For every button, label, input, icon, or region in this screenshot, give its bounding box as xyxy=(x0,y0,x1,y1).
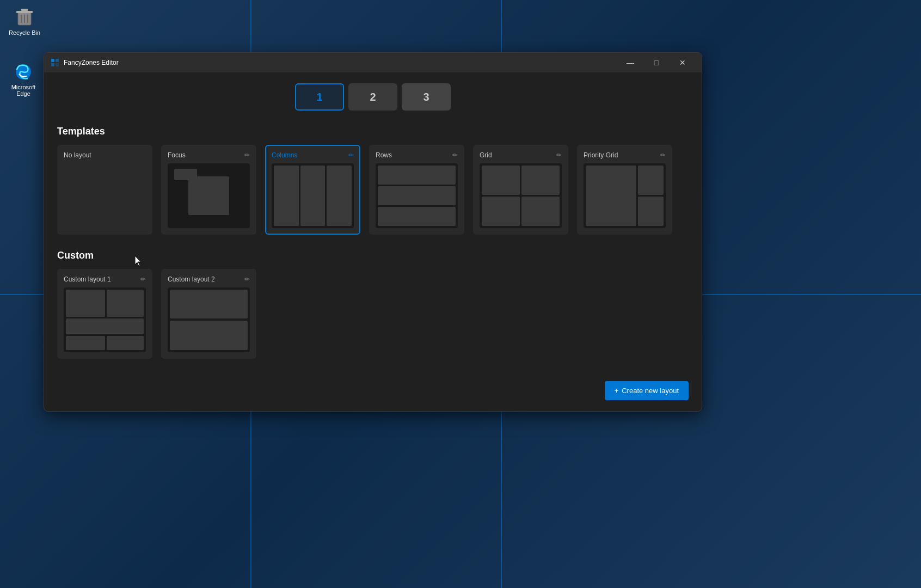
edge-icon-container[interactable]: Microsoft Edge xyxy=(4,60,42,97)
monitor-tab-1[interactable]: 1 xyxy=(295,83,344,111)
preview-columns xyxy=(272,163,354,228)
app-icon xyxy=(51,58,59,67)
window-title: FancyZones Editor xyxy=(64,59,618,66)
title-bar: FancyZones Editor — □ ✕ xyxy=(44,53,702,72)
card-header-focus: Focus ✏ xyxy=(168,151,250,159)
create-new-layout-button[interactable]: + Create new layout xyxy=(605,381,689,400)
edit-icon-rows[interactable]: ✏ xyxy=(452,151,458,159)
edit-icon-columns[interactable]: ✏ xyxy=(348,151,354,159)
custom-section: Custom Custom layout 1 ✏ xyxy=(57,250,689,359)
preview-custom-1 xyxy=(64,287,146,352)
template-card-focus[interactable]: Focus ✏ xyxy=(161,145,256,235)
card-title-rows: Rows xyxy=(376,151,392,159)
svg-rect-9 xyxy=(51,63,54,66)
recycle-bin-label: Recycle Bin xyxy=(9,29,40,36)
maximize-button[interactable]: □ xyxy=(644,54,669,71)
custom-card-title-2: Custom layout 2 xyxy=(168,275,215,283)
preview-focus xyxy=(168,163,250,228)
window-content: 1 2 3 Templates No layout xyxy=(44,72,702,411)
preview-no-layout xyxy=(64,163,146,228)
templates-section: Templates No layout Focus ✏ xyxy=(57,126,689,235)
card-title-no-layout: No layout xyxy=(64,151,91,159)
edit-icon-grid[interactable]: ✏ xyxy=(556,151,562,159)
template-card-priority-grid[interactable]: Priority Grid ✏ xyxy=(577,145,672,235)
svg-rect-7 xyxy=(51,59,54,62)
recycle-bin-svg xyxy=(14,5,35,27)
edit-icon-priority-grid[interactable]: ✏ xyxy=(660,151,666,159)
custom-card-2[interactable]: Custom layout 2 ✏ xyxy=(161,269,256,359)
custom-card-title-1: Custom layout 1 xyxy=(64,275,111,283)
edit-icon-custom-2[interactable]: ✏ xyxy=(244,275,250,283)
custom-card-header-1: Custom layout 1 ✏ xyxy=(64,275,146,283)
edit-icon-custom-1[interactable]: ✏ xyxy=(140,275,146,283)
template-card-columns[interactable]: Columns ✏ xyxy=(265,145,360,235)
card-header-priority-grid: Priority Grid ✏ xyxy=(584,151,666,159)
card-header-no-layout: No layout xyxy=(64,151,146,159)
monitor-tab-3[interactable]: 3 xyxy=(402,83,451,111)
svg-rect-8 xyxy=(56,59,59,62)
preview-grid xyxy=(480,163,562,228)
monitor-tabs: 1 2 3 xyxy=(57,83,689,111)
recycle-bin-icon[interactable]: Recycle Bin xyxy=(5,5,44,36)
create-layout-label: Create new layout xyxy=(622,387,679,395)
svg-rect-2 xyxy=(21,9,28,11)
template-card-rows[interactable]: Rows ✏ xyxy=(369,145,464,235)
card-title-grid: Grid xyxy=(480,151,492,159)
create-layout-plus-icon: + xyxy=(615,387,619,395)
card-title-columns: Columns xyxy=(272,151,297,159)
card-title-priority-grid: Priority Grid xyxy=(584,151,618,159)
card-header-grid: Grid ✏ xyxy=(480,151,562,159)
templates-grid: No layout Focus ✏ xyxy=(57,145,689,235)
template-card-grid[interactable]: Grid ✏ xyxy=(473,145,568,235)
title-bar-controls: — □ ✕ xyxy=(618,54,695,71)
edge-icon-svg xyxy=(13,60,34,82)
close-button[interactable]: ✕ xyxy=(670,54,695,71)
fancyzones-window: FancyZones Editor — □ ✕ 1 2 3 Templates xyxy=(44,52,702,412)
templates-header: Templates xyxy=(57,126,689,137)
template-card-no-layout[interactable]: No layout xyxy=(57,145,152,235)
monitor-tab-2[interactable]: 2 xyxy=(348,83,397,111)
preview-custom-2 xyxy=(168,287,250,352)
svg-rect-10 xyxy=(56,63,59,66)
custom-header: Custom xyxy=(57,250,689,261)
custom-grid: Custom layout 1 ✏ Custom l xyxy=(57,269,689,359)
card-header-columns: Columns ✏ xyxy=(272,151,354,159)
svg-rect-1 xyxy=(16,11,33,13)
preview-priority-grid xyxy=(584,163,666,228)
edge-label: Microsoft Edge xyxy=(4,84,42,97)
custom-card-1[interactable]: Custom layout 1 ✏ xyxy=(57,269,152,359)
minimize-button[interactable]: — xyxy=(618,54,643,71)
card-header-rows: Rows ✏ xyxy=(376,151,458,159)
card-title-focus: Focus xyxy=(168,151,186,159)
edit-icon-focus[interactable]: ✏ xyxy=(244,151,250,159)
preview-rows xyxy=(376,163,458,228)
custom-card-header-2: Custom layout 2 ✏ xyxy=(168,275,250,283)
